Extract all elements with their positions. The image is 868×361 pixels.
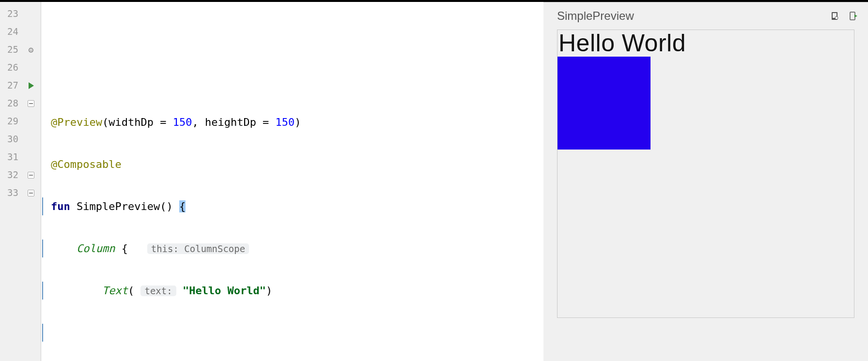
preview-header: SimplePreview — [543, 2, 868, 30]
line-number[interactable]: 24 — [0, 23, 21, 41]
line-number[interactable]: 27 — [0, 76, 21, 94]
gutter-icons: ⚙ — [21, 2, 41, 361]
svg-marker-4 — [854, 15, 857, 17]
line-number[interactable]: 29 — [0, 112, 21, 130]
code-line-26[interactable]: @Composable — [41, 155, 543, 173]
line-number[interactable]: 33 — [0, 184, 21, 202]
compose-box-blue — [558, 57, 651, 150]
inlay-hint: text: — [140, 286, 176, 296]
preview-title: SimplePreview — [557, 9, 634, 23]
line-number[interactable]: 23 — [0, 5, 21, 23]
deploy-preview-icon[interactable] — [848, 10, 859, 22]
code-line-29[interactable]: Text( text: "Hello World") — [41, 282, 543, 300]
code-line-27[interactable]: fun SimplePreview() { — [41, 197, 543, 215]
fold-icon[interactable] — [28, 100, 34, 107]
fold-icon[interactable] — [28, 172, 34, 179]
code-line-25[interactable]: @Preview(widthDp = 150, heightDp = 150) — [41, 113, 543, 131]
compose-text-hello: Hello World — [558, 30, 686, 57]
interactive-preview-icon[interactable] — [829, 10, 841, 22]
svg-rect-3 — [850, 12, 855, 20]
line-number[interactable]: 32 — [0, 166, 21, 184]
code-area[interactable]: @Preview(widthDp = 150, heightDp = 150) … — [41, 2, 543, 361]
fold-icon[interactable] — [28, 190, 34, 196]
run-gutter-icon[interactable] — [27, 82, 35, 90]
compose-column: Hello World — [558, 30, 854, 317]
line-number[interactable]: 26 — [0, 59, 21, 76]
inlay-hint: this: ColumnScope — [147, 243, 249, 254]
svg-point-2 — [835, 16, 838, 19]
code-line-28[interactable]: Column { this: ColumnScope — [41, 240, 543, 257]
line-number[interactable]: 30 — [0, 130, 21, 148]
code-line-30[interactable] — [41, 324, 543, 342]
preview-canvas[interactable]: Hello World — [557, 30, 854, 318]
code-editor[interactable]: 23 24 25 26 27 28 29 30 31 32 33 ⚙ — [0, 2, 543, 361]
line-number[interactable]: 28 — [0, 94, 21, 112]
compose-preview-panel: SimplePreview Hello World — [543, 2, 868, 361]
gear-icon[interactable]: ⚙ — [29, 45, 34, 55]
line-numbers: 23 24 25 26 27 28 29 30 31 32 33 — [0, 2, 21, 361]
gutter: 23 24 25 26 27 28 29 30 31 32 33 ⚙ — [0, 2, 41, 361]
line-number[interactable]: 25 — [0, 41, 21, 59]
preview-toolbar — [829, 10, 859, 22]
line-number[interactable]: 31 — [0, 148, 21, 166]
